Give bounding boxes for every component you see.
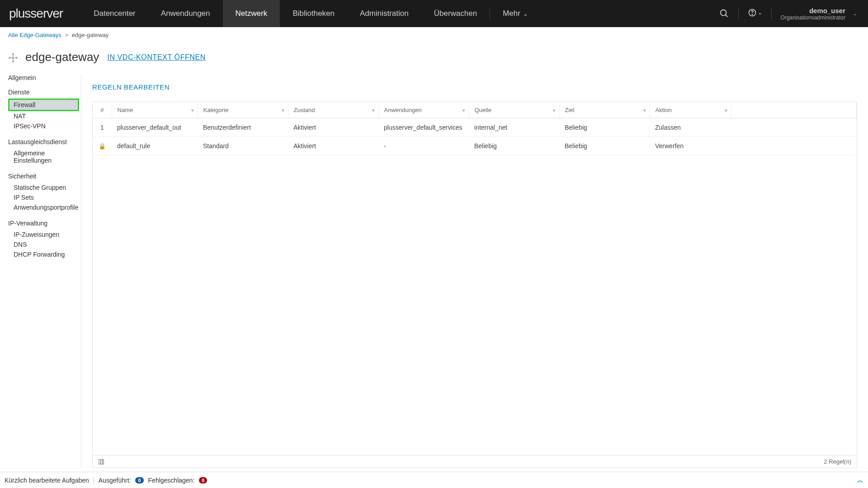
col-name[interactable]: Name▾ xyxy=(112,102,198,118)
filter-icon[interactable]: ▾ xyxy=(462,107,465,113)
sidebar: Allgemein Dienste Firewall NAT IPSec-VPN… xyxy=(0,74,81,468)
cell-num: 1 xyxy=(93,118,112,137)
nav-datencenter[interactable]: Datencenter xyxy=(81,0,148,27)
chevron-down-icon: ⌄ xyxy=(523,10,528,17)
page-title: edge-gateway xyxy=(25,50,99,64)
chevron-down-icon: ⌄ xyxy=(853,10,857,17)
sidebar-item-nat[interactable]: NAT xyxy=(8,111,81,121)
sidebar-item-allg-einstellungen[interactable]: Allgemeine Einstellungen xyxy=(8,148,81,165)
cell-ziel: Beliebig xyxy=(559,118,650,137)
user-name: demo_user xyxy=(781,7,845,14)
breadcrumb-separator: > xyxy=(65,32,68,38)
page-header: edge-gateway IN VDC-KONTEXT ÖFFNEN xyxy=(0,43,868,74)
sidebar-item-anwendungsportprofile[interactable]: Anwendungsportprofile xyxy=(8,202,81,212)
filter-icon[interactable]: ▾ xyxy=(282,107,284,113)
cell-kategorie: Standard xyxy=(198,137,288,155)
user-menu[interactable]: demo_user Organisationsadministrator ⌄ xyxy=(781,7,859,21)
table-row[interactable]: 1 plusserver_default_out Benutzerdefinie… xyxy=(93,118,857,137)
user-role: Organisationsadministrator xyxy=(781,14,845,21)
status-failed-label: Fehlgeschlagen: xyxy=(148,477,195,484)
chevron-down-icon: ⌄ xyxy=(758,9,762,16)
help-icon[interactable]: ⌄ xyxy=(748,8,762,19)
svg-point-0 xyxy=(720,10,726,16)
sidebar-group-allgemein[interactable]: Allgemein xyxy=(8,74,81,81)
open-in-vdc-link[interactable]: IN VDC-KONTEXT ÖFFNEN xyxy=(107,53,206,61)
cell-aktion: Zulassen xyxy=(650,118,731,137)
table-footer: 2 Regel(n) xyxy=(93,455,857,468)
edit-rules-button[interactable]: REGELN BEARBEITEN xyxy=(92,83,170,91)
expand-icon[interactable]: ︽ xyxy=(857,476,863,484)
main: Allgemein Dienste Firewall NAT IPSec-VPN… xyxy=(0,74,868,468)
cell-kategorie: Benutzerdefiniert xyxy=(198,118,288,137)
cell-zustand: Aktiviert xyxy=(288,118,378,137)
sidebar-item-dhcp-forwarding[interactable]: DHCP Forwarding xyxy=(8,249,81,259)
status-executed-count[interactable]: 0 xyxy=(135,477,143,483)
sidebar-item-firewall[interactable]: Firewall xyxy=(8,99,79,111)
cell-zustand: Aktiviert xyxy=(288,137,378,155)
status-failed-count[interactable]: 0 xyxy=(199,477,207,483)
topbar-separator-2 xyxy=(771,7,772,20)
svg-point-3 xyxy=(752,14,752,14)
sidebar-group-dienste: Dienste xyxy=(8,89,81,96)
sidebar-group-ip-verwaltung: IP-Verwaltung xyxy=(8,220,81,227)
svg-point-4 xyxy=(12,57,14,59)
nav-ueberwachen[interactable]: Überwachen xyxy=(421,0,490,27)
svg-rect-9 xyxy=(99,459,101,464)
nav-mehr[interactable]: Mehr ⌄ xyxy=(490,0,541,27)
breadcrumb-root[interactable]: Alle Edge-Gateways xyxy=(8,32,61,38)
table-spacer xyxy=(93,155,857,455)
filter-icon[interactable]: ▾ xyxy=(725,107,727,113)
col-number[interactable]: # xyxy=(93,102,112,118)
sidebar-item-dns[interactable]: DNS xyxy=(8,239,81,249)
cell-quelle: Beliebig xyxy=(469,137,559,155)
main-nav: Datencenter Anwendungen Netzwerk Bibliot… xyxy=(81,0,541,27)
search-icon[interactable] xyxy=(719,9,729,19)
nav-administration[interactable]: Administration xyxy=(347,0,421,27)
firewall-rules-table: # Name▾ Kategorie▾ Zustand▾ Anwendungen▾… xyxy=(92,102,857,468)
cell-num: 🔒 xyxy=(93,137,112,155)
svg-rect-10 xyxy=(101,459,103,464)
topbar: plusserver Datencenter Anwendungen Netzw… xyxy=(0,0,868,27)
sidebar-item-statische-gruppen[interactable]: Statische Gruppen xyxy=(8,183,81,192)
col-aktion[interactable]: Aktion▾ xyxy=(650,102,731,118)
nav-netzwerk[interactable]: Netzwerk xyxy=(223,0,280,27)
topbar-separator xyxy=(738,7,739,20)
topbar-right: ⌄ demo_user Organisationsadministrator ⌄ xyxy=(719,7,859,21)
cell-name: default_rule xyxy=(112,137,198,155)
cell-anwendungen: plusserver_default_services xyxy=(378,118,469,137)
nav-anwendungen[interactable]: Anwendungen xyxy=(148,0,223,27)
lock-icon: 🔒 xyxy=(99,143,106,150)
sidebar-item-ip-sets[interactable]: IP Sets xyxy=(8,192,81,202)
filter-icon[interactable]: ▾ xyxy=(553,107,556,113)
breadcrumb-current: edge-gateway xyxy=(72,32,109,38)
rules-count: 2 Regel(n) xyxy=(824,458,851,465)
filter-icon[interactable]: ▾ xyxy=(643,107,646,113)
col-anwendungen[interactable]: Anwendungen▾ xyxy=(378,102,469,118)
content: REGELN BEARBEITEN # Name▾ Kategorie▾ Zus… xyxy=(81,74,868,468)
statusbar: Kürzlich bearbeitete Aufgaben Ausgeführt… xyxy=(0,472,868,488)
status-executed-label: Ausgeführt: xyxy=(99,477,131,484)
cell-aktion: Verwerfen xyxy=(650,137,731,155)
col-quelle[interactable]: Quelle▾ xyxy=(469,102,559,118)
sidebar-group-lastausgleich: Lastausgleichsdienst xyxy=(8,138,81,145)
nav-bibliotheken[interactable]: Bibliotheken xyxy=(280,0,347,27)
filter-icon[interactable]: ▾ xyxy=(372,107,375,113)
sidebar-group-sicherheit: Sicherheit xyxy=(8,173,81,180)
status-recent-tasks[interactable]: Kürzlich bearbeitete Aufgaben xyxy=(5,477,89,484)
status-separator xyxy=(94,476,94,484)
cell-anwendungen: - xyxy=(378,137,469,155)
filter-icon[interactable]: ▾ xyxy=(191,107,194,113)
edge-gateway-icon xyxy=(8,53,17,62)
svg-rect-11 xyxy=(103,459,104,464)
brand-logo: plusserver xyxy=(9,6,63,21)
cell-quelle: internal_net xyxy=(469,118,559,137)
col-kategorie[interactable]: Kategorie▾ xyxy=(198,102,288,118)
cell-ziel: Beliebig xyxy=(559,137,650,155)
columns-icon[interactable] xyxy=(98,459,104,465)
col-zustand[interactable]: Zustand▾ xyxy=(288,102,378,118)
sidebar-item-ip-zuweisungen[interactable]: IP-Zuweisungen xyxy=(8,230,81,239)
sidebar-item-ipsec-vpn[interactable]: IPSec-VPN xyxy=(8,121,81,131)
content-actions: REGELN BEARBEITEN xyxy=(92,83,857,91)
table-row[interactable]: 🔒 default_rule Standard Aktiviert - Beli… xyxy=(93,137,857,155)
col-ziel[interactable]: Ziel▾ xyxy=(559,102,650,118)
